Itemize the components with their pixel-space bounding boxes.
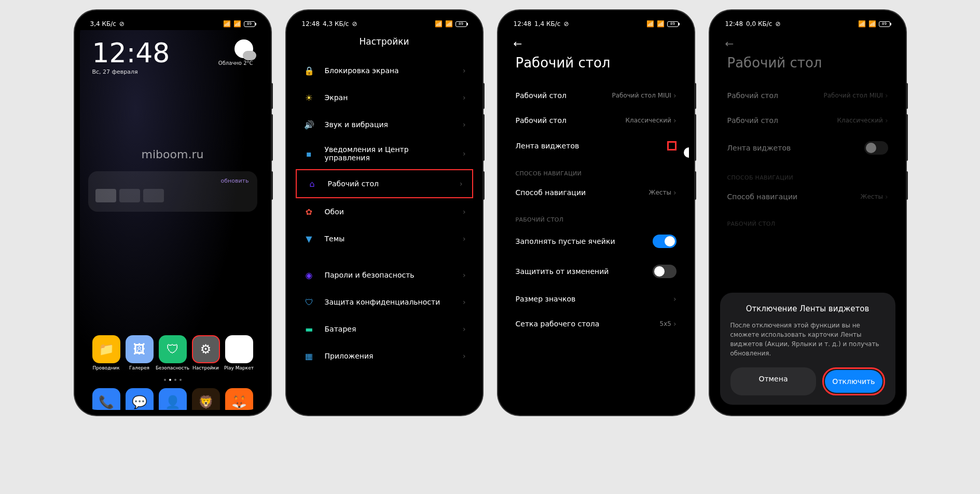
- settings-item[interactable]: ▦Приложения›: [294, 342, 475, 369]
- chevron-right-icon: ›: [885, 193, 888, 201]
- app-icon[interactable]: 🖼Галерея: [123, 335, 156, 371]
- status-time: 12:48: [514, 20, 532, 28]
- confirm-button[interactable]: Отключить: [825, 370, 882, 393]
- settings-label: Обои: [325, 208, 453, 216]
- option-label: Сетка рабочего стола: [516, 320, 600, 328]
- clock-widget[interactable]: 12:48: [92, 39, 170, 66]
- app-label: Галерея: [129, 365, 149, 371]
- back-button[interactable]: ←: [503, 30, 689, 53]
- date-label: Вс, 27 февраля: [92, 68, 170, 75]
- settings-item[interactable]: ◉Пароли и безопасность›: [294, 262, 475, 289]
- dnd-icon: ⊘: [119, 20, 125, 28]
- settings-label: Рабочий стол: [328, 180, 450, 188]
- settings-icon: ▪: [303, 147, 315, 160]
- app-icon-img: 🛡: [159, 335, 187, 363]
- settings-label: Батарея: [325, 325, 453, 333]
- settings-icon: ✿: [303, 205, 315, 218]
- option-value: 5x5›: [660, 320, 677, 328]
- dock-app[interactable]: 💬: [123, 388, 156, 410]
- chevron-right-icon: ›: [463, 120, 466, 129]
- chevron-right-icon: ›: [463, 298, 466, 306]
- dock-app[interactable]: 👤: [157, 388, 189, 410]
- chevron-right-icon: ›: [463, 208, 466, 216]
- dock-app[interactable]: 🦊: [223, 388, 255, 410]
- app-icon-img: 🖼: [126, 335, 154, 363]
- option-row[interactable]: Рабочий столРабочий стол MIUI›: [503, 83, 689, 108]
- dialog-text: После отключения этой функции вы не смож…: [730, 321, 885, 358]
- settings-label: Уведомления и Центр управления: [325, 145, 453, 162]
- section-header-desktop: РАБОЧИЙ СТОЛ: [715, 209, 901, 230]
- option-value: Рабочий стол MIUI›: [823, 91, 888, 100]
- dnd-icon: ⊘: [563, 20, 569, 28]
- app-icon[interactable]: ▶Play Маркет: [223, 335, 255, 371]
- settings-item[interactable]: 🔒Блокировка экрана›: [294, 57, 475, 84]
- section-header-nav: СПОСОБ НАВИГАЦИИ: [715, 163, 901, 184]
- widget-feed-toggle: [864, 141, 888, 155]
- dialog-title: Отключение Ленты виджетов: [730, 304, 885, 313]
- weather-widget[interactable]: Облачно 2°C: [218, 39, 253, 75]
- option-value: Классический›: [837, 116, 888, 125]
- option-value: Классический›: [625, 116, 676, 125]
- settings-item[interactable]: 🛡Защита конфиденциальности›: [294, 289, 475, 315]
- chevron-right-icon: ›: [673, 320, 677, 328]
- settings-item[interactable]: ▬Батарея›: [294, 315, 475, 342]
- widget-feed-row: Лента виджетов: [715, 133, 901, 163]
- option-value: Рабочий стол MIUI›: [612, 91, 676, 100]
- widget-feed-row[interactable]: Лента виджетов: [503, 133, 689, 159]
- chevron-right-icon: ›: [673, 116, 677, 125]
- option-row[interactable]: Заполнять пустые ячейки: [503, 226, 689, 256]
- option-row[interactable]: Сетка рабочего стола5x5›: [503, 311, 689, 336]
- settings-icon: ▼: [303, 232, 315, 245]
- settings-icon: 🛡: [303, 296, 315, 308]
- status-bar: 12:48 1,4 КБ/с ⊘ 📶 📶 89: [503, 16, 689, 30]
- option-label: Рабочий стол: [727, 116, 779, 125]
- option-toggle[interactable]: [653, 265, 677, 278]
- chevron-right-icon: ›: [463, 93, 466, 102]
- widget-card[interactable]: обновить: [88, 171, 257, 212]
- settings-label: Защита конфиденциальности: [325, 298, 453, 306]
- nav-method-row[interactable]: Способ навигации Жесты›: [503, 180, 689, 205]
- widget-update-link[interactable]: обновить: [221, 177, 249, 184]
- app-label: Настройки: [192, 365, 219, 371]
- dnd-icon: ⊘: [352, 20, 357, 28]
- section-header-desktop: РАБОЧИЙ СТОЛ: [503, 205, 689, 226]
- settings-item[interactable]: ☀Экран›: [294, 84, 475, 111]
- app-icon[interactable]: 🛡Безопасность: [157, 335, 189, 371]
- option-row[interactable]: Рабочий столКлассический›: [715, 108, 901, 133]
- chevron-right-icon: ›: [463, 66, 466, 75]
- watermark: miboom.ru: [88, 148, 257, 161]
- dock-app[interactable]: 📞: [90, 388, 122, 410]
- app-icon-img: 📞: [92, 388, 120, 410]
- app-icon[interactable]: 📁Проводник: [90, 335, 122, 371]
- option-toggle[interactable]: [653, 235, 677, 248]
- battery-icon: 89: [244, 21, 255, 27]
- option-row[interactable]: Рабочий столКлассический›: [503, 108, 689, 133]
- back-button[interactable]: ←: [715, 30, 901, 53]
- app-label: Play Маркет: [224, 365, 254, 371]
- option-row[interactable]: Рабочий столРабочий стол MIUI›: [715, 83, 901, 108]
- option-label: Защитить от изменений: [516, 267, 609, 276]
- chevron-right-icon: ›: [463, 271, 466, 279]
- option-row[interactable]: Размер значков›: [503, 286, 689, 311]
- settings-item[interactable]: ▪Уведомления и Центр управления›: [294, 138, 475, 169]
- chevron-right-icon: ›: [673, 295, 677, 303]
- settings-label: Пароли и безопасность: [325, 271, 453, 279]
- network-speed: 0,0 КБ/с: [746, 20, 772, 28]
- chevron-right-icon: ›: [463, 235, 466, 243]
- settings-item[interactable]: ✿Обои›: [294, 198, 475, 225]
- settings-item[interactable]: 🔊Звук и вибрация›: [294, 111, 475, 138]
- settings-label: Темы: [325, 235, 453, 243]
- app-icon-img: 📁: [92, 335, 120, 363]
- dock-app[interactable]: 🦁: [190, 388, 222, 410]
- phone-frame-3: 12:48 1,4 КБ/с ⊘ 📶 📶 89 ← Рабочий стол Р…: [498, 10, 694, 415]
- settings-icon: 🔊: [303, 118, 315, 131]
- app-icon-img: 🦁: [192, 388, 220, 410]
- app-icon[interactable]: ⚙Настройки: [190, 335, 222, 371]
- settings-item[interactable]: ⌂Рабочий стол›: [296, 169, 473, 198]
- settings-item[interactable]: ▼Темы›: [294, 225, 475, 252]
- page-indicator: [88, 379, 257, 381]
- option-row[interactable]: Защитить от изменений: [503, 256, 689, 286]
- cancel-button[interactable]: Отмена: [730, 367, 817, 395]
- status-bar: 3,4 КБ/с ⊘ 📶 📶 89: [80, 16, 266, 30]
- network-speed: 3,4 КБ/с: [90, 20, 116, 28]
